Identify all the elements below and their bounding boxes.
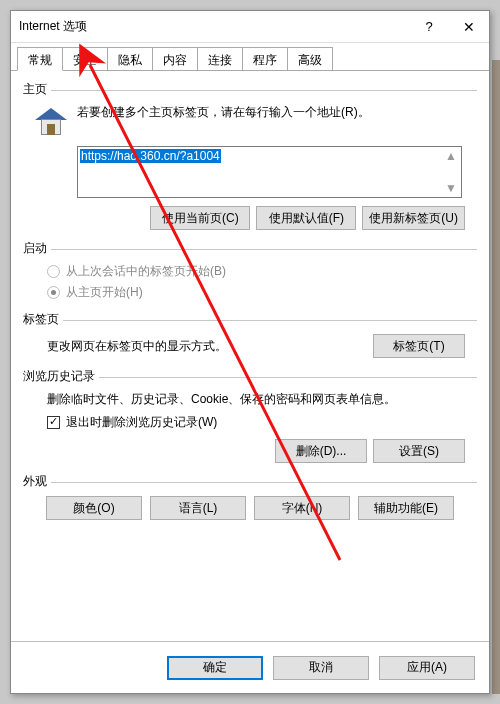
homepage-instruction: 若要创建多个主页标签页，请在每行输入一个地址(R)。 — [77, 104, 477, 121]
divider — [99, 377, 477, 378]
history-section: 浏览历史记录 删除临时文件、历史记录、Cookie、保存的密码和网页表单信息。 … — [23, 368, 477, 463]
history-text: 删除临时文件、历史记录、Cookie、保存的密码和网页表单信息。 — [47, 391, 477, 408]
divider — [51, 249, 477, 250]
homepage-url-textarea[interactable]: https://hao.360.cn/?a1004 ▲ ▼ — [77, 146, 462, 198]
background-context — [492, 60, 500, 694]
divider — [51, 482, 477, 483]
homepage-url-value: https://hao.360.cn/?a1004 — [80, 149, 221, 163]
languages-button[interactable]: 语言(L) — [150, 496, 246, 520]
ok-button[interactable]: 确定 — [167, 656, 263, 680]
radio-homepage: 从主页开始(H) — [47, 284, 477, 301]
tabpages-button[interactable]: 标签页(T) — [373, 334, 465, 358]
help-button[interactable]: ? — [409, 11, 449, 43]
tab-privacy[interactable]: 隐私 — [107, 47, 153, 70]
homepage-section: 主页 若要创建多个主页标签页，请在每行输入一个地址(R)。 https://ha… — [23, 81, 477, 230]
tab-general[interactable]: 常规 — [17, 47, 63, 71]
tabpages-text: 更改网页在标签页中的显示方式。 — [47, 338, 227, 355]
tab-advanced[interactable]: 高级 — [287, 47, 333, 70]
use-current-button[interactable]: 使用当前页(C) — [150, 206, 250, 230]
close-button[interactable]: ✕ — [449, 11, 489, 43]
tabpages-title: 标签页 — [23, 311, 59, 328]
radio-last-session-label: 从上次会话中的标签页开始(B) — [66, 263, 226, 280]
tab-security[interactable]: 安全 — [62, 47, 108, 70]
delete-on-exit-label: 退出时删除浏览历史记录(W) — [66, 414, 217, 431]
titlebar: Internet 选项 ? ✕ — [11, 11, 489, 43]
tab-content[interactable]: 内容 — [152, 47, 198, 70]
startup-title: 启动 — [23, 240, 47, 257]
home-icon — [33, 104, 69, 140]
cancel-button[interactable]: 取消 — [273, 656, 369, 680]
radio-icon — [47, 286, 60, 299]
radio-last-session: 从上次会话中的标签页开始(B) — [47, 263, 477, 280]
divider — [63, 320, 477, 321]
delete-button[interactable]: 删除(D)... — [275, 439, 367, 463]
textarea-scrollbar[interactable]: ▲ ▼ — [445, 149, 459, 195]
tab-programs[interactable]: 程序 — [242, 47, 288, 70]
appearance-section: 外观 颜色(O) 语言(L) 字体(N) 辅助功能(E) — [23, 473, 477, 520]
use-default-button[interactable]: 使用默认值(F) — [256, 206, 356, 230]
history-title: 浏览历史记录 — [23, 368, 95, 385]
radio-icon — [47, 265, 60, 278]
delete-on-exit-checkbox[interactable]: 退出时删除浏览历史记录(W) — [47, 414, 477, 431]
fonts-button[interactable]: 字体(N) — [254, 496, 350, 520]
dialog-body: 主页 若要创建多个主页标签页，请在每行输入一个地址(R)。 https://ha… — [11, 71, 489, 641]
radio-homepage-label: 从主页开始(H) — [66, 284, 143, 301]
tab-strip: 常规 安全 隐私 内容 连接 程序 高级 — [11, 43, 489, 71]
scroll-down-icon: ▼ — [445, 181, 459, 195]
history-settings-button[interactable]: 设置(S) — [373, 439, 465, 463]
colors-button[interactable]: 颜色(O) — [46, 496, 142, 520]
appearance-title: 外观 — [23, 473, 47, 490]
scroll-up-icon: ▲ — [445, 149, 459, 163]
tab-connections[interactable]: 连接 — [197, 47, 243, 70]
homepage-title: 主页 — [23, 81, 47, 98]
tabpages-section: 标签页 更改网页在标签页中的显示方式。 标签页(T) — [23, 311, 477, 358]
use-newtab-button[interactable]: 使用新标签页(U) — [362, 206, 465, 230]
accessibility-button[interactable]: 辅助功能(E) — [358, 496, 454, 520]
dialog-footer: 确定 取消 应用(A) — [11, 641, 489, 693]
window-title: Internet 选项 — [19, 18, 409, 35]
checkbox-icon — [47, 416, 60, 429]
apply-button[interactable]: 应用(A) — [379, 656, 475, 680]
divider — [51, 90, 477, 91]
internet-options-dialog: Internet 选项 ? ✕ 常规 安全 隐私 内容 连接 程序 高级 主页 — [10, 10, 490, 694]
startup-section: 启动 从上次会话中的标签页开始(B) 从主页开始(H) — [23, 240, 477, 301]
